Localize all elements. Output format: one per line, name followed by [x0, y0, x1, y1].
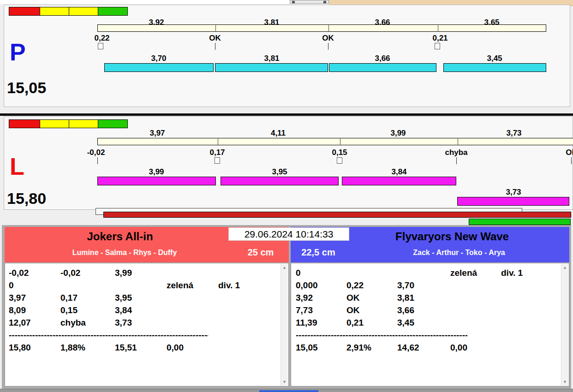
taskbar-fragment: [259, 390, 318, 392]
change-mark-label: 0,17: [209, 148, 225, 157]
light-green: [98, 7, 127, 15]
progress-bar-red: [103, 212, 571, 218]
run-time-label: 3,84: [391, 167, 406, 177]
change-mark-checkbox[interactable]: [98, 43, 103, 49]
split-divider: [340, 138, 340, 145]
light-green: [98, 120, 127, 128]
change-mark-label: chyba: [445, 148, 467, 157]
change-mark-label: -0,02: [87, 148, 105, 157]
change-tick: [456, 157, 457, 164]
run-bar-segment: [443, 63, 546, 72]
result-row: 11,39 0,21 3,45: [291, 318, 561, 330]
scroll-down-icon[interactable]: ▼: [563, 378, 567, 386]
result-row: 0 zelená div. 1: [291, 268, 561, 280]
lane-p-panel: 3,92 3,81 3,66 3,65 0,22 OK OK 0,21 3,70…: [4, 5, 570, 107]
split-time-label: 4,11: [271, 129, 286, 138]
split-time-label: 3,99: [390, 129, 406, 138]
lane-p-total-time: 15,05: [7, 80, 46, 95]
summary-row: 15,05 2,91% 14,62 0,00: [291, 343, 561, 355]
run-bar-segment: [215, 63, 328, 72]
split-divider: [328, 24, 329, 32]
split-time-label: 3,73: [506, 129, 521, 138]
split-divider: [458, 138, 458, 145]
change-tick: [97, 157, 98, 164]
jump-height-right: 22,5 cm: [291, 247, 346, 258]
result-row: 3,97 0,17 3,95: [5, 293, 280, 305]
light-red: [9, 120, 40, 128]
run-bar-segment: [329, 63, 436, 72]
light-yellow-2: [69, 7, 98, 15]
run-time-label: 3,70: [151, 54, 166, 63]
lane-letter-l: L: [10, 154, 24, 178]
split-bar-l: [97, 138, 573, 145]
scroll-up-icon[interactable]: ▲: [282, 264, 286, 271]
split-divider: [215, 24, 216, 32]
change-mark-label: 0,15: [332, 148, 347, 157]
run-time-label: 3,45: [487, 54, 502, 63]
team-members-right: Zack - Arthur - Toko - Arya: [351, 249, 567, 257]
separator-line: ----------------------------------------…: [296, 330, 467, 340]
split-time-label: 3,97: [149, 129, 165, 138]
result-row: -0,02 -0,02 3,99: [5, 268, 280, 280]
run-bar-segment: [104, 63, 214, 72]
lane-letter-p: P: [10, 40, 26, 64]
run-time-label: 3,95: [272, 167, 287, 177]
run-bar-segment: [221, 177, 339, 185]
change-mark-checkbox[interactable]: [215, 157, 220, 164]
run-time-label: 3,66: [375, 54, 390, 63]
scroll-down-icon[interactable]: ▼: [282, 378, 286, 386]
run-time-label: 3,73: [506, 188, 521, 197]
scrollbar[interactable]: ▲ ▼: [281, 264, 288, 386]
change-tick: [215, 43, 215, 50]
change-mark-label: OK: [209, 34, 221, 43]
change-mark-label: OK: [322, 34, 334, 43]
progress-bar-green: [469, 219, 571, 225]
result-row: 7,73 OK 3,66: [291, 305, 561, 318]
split-divider: [438, 24, 438, 32]
race-timestamp: 29.06.2024 10:14:33: [228, 227, 349, 241]
window-bottom-edge: [0, 389, 573, 392]
jump-height-left: 25 cm: [235, 247, 286, 258]
summary-row: 15,80 1,88% 15,51 0,00: [5, 343, 280, 355]
result-row: 0,000 0,22 3,70: [291, 280, 561, 293]
change-mark-label: OK: [566, 148, 573, 157]
split-divider: [218, 138, 218, 145]
results-panel-right: 0 zelená div. 1 0,000 0,22 3,70 3,92 OK …: [291, 263, 569, 386]
start-lights-l: [9, 119, 128, 128]
lane-l-total-time: 15,80: [7, 190, 46, 206]
window-fragment-glyph: [323, 1, 326, 3]
start-lights-p: [9, 7, 128, 16]
change-mark-label: 0,22: [94, 34, 109, 43]
team-members-left: Lumine - Salma - Rhys - Duffy: [5, 249, 245, 257]
change-mark-label: 0,21: [432, 34, 448, 43]
result-row: 8,09 0,15 3,84: [5, 305, 280, 318]
change-mark-checkbox[interactable]: [435, 43, 440, 49]
background-window-fragment: [290, 0, 329, 4]
results-panel-left: -0,02 -0,02 3,99 0 zelená div. 1 3,97 0,…: [5, 263, 289, 386]
window-fragment-glyph: [292, 1, 295, 3]
run-time-label: 3,99: [149, 167, 164, 177]
result-row: 12,07 chyba 3,73: [5, 318, 280, 330]
light-yellow-1: [40, 120, 69, 128]
light-yellow-2: [69, 120, 98, 128]
run-time-label: 3,81: [264, 54, 279, 63]
light-red: [9, 7, 40, 15]
run-bar-segment: [97, 177, 216, 185]
team-name-right: Flyvaryors New Wave: [341, 230, 563, 243]
scrollbar[interactable]: ▲ ▼: [561, 264, 568, 386]
separator-line: ----------------------------------------…: [9, 330, 208, 340]
team-name-left: Jokers All-in: [5, 230, 235, 243]
result-row: 3,92 OK 3,81: [291, 293, 561, 305]
run-bar-segment: [342, 177, 456, 185]
split-bar-p: [97, 24, 546, 32]
result-row: 0 zelená div. 1: [5, 280, 280, 293]
change-tick: [328, 43, 328, 50]
change-tick: [571, 157, 572, 164]
scroll-up-icon[interactable]: ▲: [563, 264, 567, 271]
change-mark-checkbox[interactable]: [337, 157, 342, 164]
lane-l-panel: 3,97 4,11 3,99 3,73 -0,02 0,17 0,15 chyb…: [4, 116, 573, 210]
run-bar-segment: [457, 197, 569, 206]
lane-divider: [0, 113, 573, 116]
light-yellow-1: [40, 7, 69, 15]
app-window: 3,92 3,81 3,66 3,65 0,22 OK OK 0,21 3,70…: [0, 0, 573, 392]
